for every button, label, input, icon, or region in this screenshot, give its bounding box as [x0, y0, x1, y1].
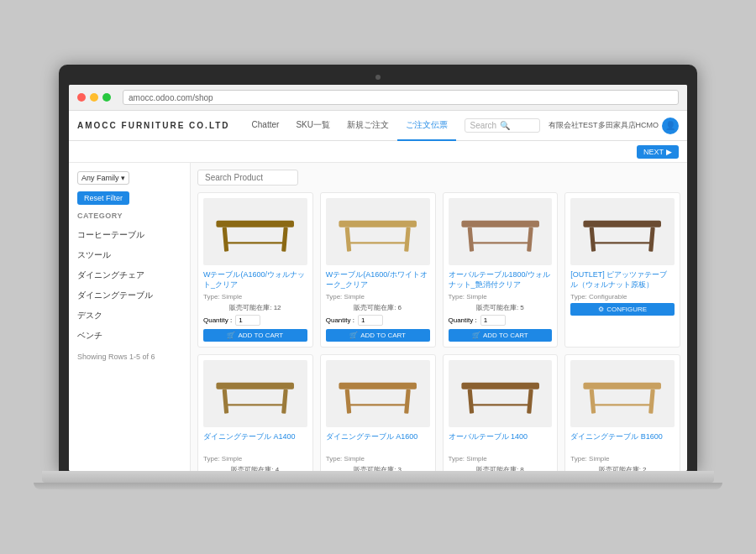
app-nav: AMOCC FURNITURE CO.LTD Chatter SKU一覧 新規ご…	[69, 111, 687, 141]
product-card: オーバルテーブル 1400 Type: Simple 販売可能在庫: 8 Qua…	[443, 354, 559, 471]
product-type: Type: Simple	[449, 455, 553, 463]
qty-input[interactable]	[358, 315, 383, 326]
cart-icon: 🛒	[227, 332, 235, 339]
add-to-cart-button[interactable]: 🛒 ADD TO CART	[203, 329, 307, 342]
products-toolbar	[197, 170, 680, 186]
screen-bezel: amocc.odoo.com/shop AMOCC FURNITURE CO.L…	[59, 65, 697, 471]
next-label: NEXT	[643, 148, 664, 156]
camera	[375, 75, 381, 80]
sidebar-item-stool[interactable]: スツール	[69, 245, 190, 265]
screen: amocc.odoo.com/shop AMOCC FURNITURE CO.L…	[69, 85, 687, 471]
product-name: ダイニングテーブル A1400	[203, 432, 307, 452]
product-image	[326, 360, 430, 427]
qty-input[interactable]	[235, 315, 260, 326]
svg-rect-22	[404, 389, 411, 414]
product-image	[449, 198, 553, 265]
next-button[interactable]: NEXT ▶	[637, 145, 679, 159]
svg-rect-6	[404, 227, 411, 252]
configure-button[interactable]: ⚙ CONFIGURE	[570, 303, 675, 316]
svg-rect-9	[467, 227, 474, 252]
qty-label: Quantity :	[203, 316, 232, 324]
product-name: [OUTLET] ピアッツァテーブル（ウォルナット原板）	[570, 270, 675, 290]
sidebar-item-bench[interactable]: ベンチ	[69, 326, 190, 346]
sidebar-item-dining-table[interactable]: ダイニングテーブル	[69, 285, 190, 306]
user-avatar[interactable]: 👤	[662, 118, 679, 134]
search-product-input[interactable]	[197, 170, 298, 186]
svg-rect-24	[461, 383, 539, 389]
main-content: Any Family ▾ Reset Filter CATEGORY コーヒーテ…	[69, 163, 687, 471]
product-card: Wテーブル(A1600/ウォルナット_クリア Type: Simple 販売可能…	[197, 192, 313, 348]
product-type: Type: Simple	[326, 293, 430, 301]
add-to-cart-button[interactable]: 🛒 ADD TO CART	[326, 329, 430, 342]
product-stock: 販売可能在庫: 4	[203, 465, 307, 471]
family-select[interactable]: Any Family ▾	[77, 171, 129, 185]
cart-icon: 🛒	[472, 332, 480, 339]
product-name: Wテーブル(A1600/ホワイトオーク_クリア	[326, 270, 430, 290]
product-stock: 販売可能在庫: 3	[326, 465, 430, 471]
svg-rect-8	[461, 221, 539, 227]
sidebar-item-desk[interactable]: デスク	[69, 306, 190, 326]
svg-rect-17	[223, 389, 229, 414]
maximize-button[interactable]	[102, 93, 111, 102]
svg-rect-5	[345, 227, 352, 252]
svg-rect-25	[467, 389, 474, 414]
laptop-shell: amocc.odoo.com/shop AMOCC FURNITURE CO.L…	[34, 65, 722, 489]
sidebar-item-coffee-table[interactable]: コーヒーテーブル	[69, 225, 190, 245]
product-stock: 販売可能在庫: 5	[449, 303, 553, 312]
family-filter-row: Any Family ▾	[69, 171, 190, 191]
sidebar-item-dining-chair[interactable]: ダイニングチェア	[69, 265, 190, 285]
product-qty-row: Quantity :	[326, 315, 430, 326]
svg-rect-28	[584, 383, 662, 389]
address-bar[interactable]: amocc.odoo.com/shop	[123, 90, 679, 105]
svg-rect-0	[217, 221, 295, 227]
add-to-cart-label: ADD TO CART	[360, 332, 406, 339]
product-card: ダイニングテーブル A1600 Type: Simple 販売可能在庫: 3 Q…	[320, 354, 436, 471]
product-image	[570, 360, 675, 427]
product-type: Type: Simple	[203, 293, 307, 301]
app-logo: AMOCC FURNITURE CO.LTD	[77, 121, 230, 130]
chevron-right-icon: ▶	[666, 148, 672, 156]
products-grid: Wテーブル(A1600/ウォルナット_クリア Type: Simple 販売可能…	[197, 192, 680, 471]
nav-new-order[interactable]: 新規ご注文	[339, 111, 397, 141]
category-title: CATEGORY	[69, 212, 190, 225]
reset-filter-button[interactable]: Reset Filter	[77, 191, 129, 205]
svg-rect-10	[527, 227, 533, 252]
svg-rect-30	[649, 389, 656, 414]
svg-rect-16	[217, 383, 295, 389]
minimize-button[interactable]	[90, 93, 98, 102]
laptop-base	[42, 471, 714, 483]
search-label: Search	[470, 121, 497, 130]
product-stock: 販売可能在庫: 8	[449, 465, 553, 471]
svg-rect-2	[281, 227, 288, 252]
nav-sku[interactable]: SKU一覧	[287, 111, 339, 141]
search-icon: 🔍	[500, 121, 510, 130]
svg-rect-29	[590, 389, 596, 414]
svg-rect-13	[590, 227, 596, 252]
svg-rect-21	[345, 389, 352, 414]
product-type: Type: Simple	[203, 455, 307, 463]
laptop-foot	[34, 483, 722, 489]
nav-search[interactable]: Search 🔍	[465, 118, 540, 133]
family-label: Any Family	[81, 174, 119, 182]
product-stock: 販売可能在庫: 12	[203, 303, 307, 312]
close-button[interactable]	[77, 93, 86, 102]
filter-bar: NEXT ▶	[69, 141, 687, 163]
add-to-cart-button[interactable]: 🛒 ADD TO CART	[449, 329, 553, 342]
qty-input[interactable]	[480, 315, 506, 326]
product-stock: 販売可能在庫: 2	[570, 465, 675, 471]
qty-label: Quantity :	[326, 316, 354, 324]
add-to-cart-label: ADD TO CART	[483, 332, 528, 339]
product-card: Wテーブル(A1600/ホワイトオーク_クリア Type: Simple 販売可…	[320, 192, 436, 348]
qty-label: Quantity :	[449, 316, 477, 324]
product-stock: 販売可能在庫: 6	[326, 303, 430, 312]
product-qty-row: Quantity :	[449, 315, 553, 326]
nav-links: Chatter SKU一覧 新規ご注文 ご注文伝票	[244, 111, 465, 141]
chevron-down-icon: ▾	[121, 174, 125, 182]
nav-order-slip[interactable]: ご注文伝票	[397, 111, 456, 141]
nav-chatter[interactable]: Chatter	[244, 111, 288, 141]
product-image	[203, 198, 307, 265]
svg-rect-1	[223, 227, 229, 252]
filter-bar-right: NEXT ▶	[637, 145, 679, 159]
product-image	[203, 360, 307, 427]
svg-rect-14	[649, 227, 656, 252]
